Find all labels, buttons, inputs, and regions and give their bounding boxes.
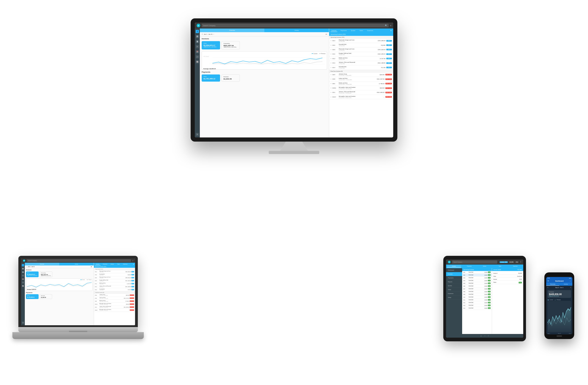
phone-home-button[interactable] xyxy=(557,335,562,337)
laptop-inv-row-5[interactable]: 0012 Brekke and Sons19-Nov-2020 L4 227.9… xyxy=(94,282,135,285)
laptop-sidebar-icon-8[interactable]: ⚙ xyxy=(22,321,24,324)
tablet-sidebar-tasks[interactable]: Tasks xyxy=(446,288,462,292)
invoice-row-0614[interactable]: 0614 Pfannerstill, Senger and Cronn31-De… xyxy=(329,39,393,43)
inv-tab-tasks[interactable]: Tasks xyxy=(358,29,364,32)
laptop-search[interactable]: Search Company xyxy=(27,259,131,262)
invoice-row-0010[interactable]: 0010 Douglas, Wolff and Swift16-Dec-2020… xyxy=(329,52,393,56)
laptop-inv-row-pd1[interactable]: 0994 Johnston Group31-Oct-2020 - 06-Jan-… xyxy=(94,294,135,297)
sidebar-icon-settings[interactable]: ⚙ xyxy=(196,133,199,136)
laptop-subtab-overview[interactable]: Overview xyxy=(25,263,59,266)
tablet-bottom-icon-3[interactable]: □ xyxy=(488,335,489,337)
laptop-sidebar-icon-4[interactable]: ✉ xyxy=(22,274,24,277)
tablet-inv-row-1[interactable]: 001 OmniCraft 10.00 paid xyxy=(462,271,492,274)
tablet-sidebar-payments[interactable]: Payments xyxy=(446,276,462,280)
tablet-bottom-icon-1[interactable]: ⬡ xyxy=(481,335,482,337)
invoice-row-0013[interactable]: 0013 Johnson, O'Kon and Pfannerstill27-N… xyxy=(329,61,393,65)
phone-subtab-overview[interactable]: Overview xyxy=(546,283,559,286)
tablet-inv-row-13[interactable]: 013 OmniCraft 10.00 paid xyxy=(462,304,492,307)
tablet-sidebar-quotes[interactable]: Quotes xyxy=(446,284,462,288)
invoice-row-0002[interactable]: 0002 Donnelly-Roob16-Nov-2020 FiQ 865 SE… xyxy=(329,43,393,47)
tablet-inv-row-4[interactable]: 004 OmniCraft 10.00 paid xyxy=(462,279,492,282)
phone-date-prev[interactable]: ‹ xyxy=(547,286,548,289)
tablet-inv-row-2[interactable]: 002 OmniCraft 10.00 paid xyxy=(462,274,492,276)
tablet-tab-expenses[interactable]: Expenses xyxy=(508,265,522,268)
tablet-inv-row-8[interactable]: 008 OmniCraft 10.00 paid xyxy=(462,290,492,293)
laptop-inv-tab-payments[interactable]: Payments xyxy=(102,263,108,265)
search-icon[interactable]: 🔍 xyxy=(385,24,387,27)
phone-date-next[interactable]: › xyxy=(570,286,571,289)
tablet-sidebar-reports[interactable]: Reports xyxy=(446,280,462,284)
tablet-inv-tab-active[interactable]: Invoices - 888 xyxy=(500,261,508,263)
invoice-row-0939[interactable]: 0939 Ledner and Sons11-Nov-2020 - 17-Dec… xyxy=(329,77,393,81)
sidebar-icon-chart[interactable]: 📊 xyxy=(196,35,199,38)
laptop-inv-row-pd6[interactable]: R0047 McLaughlin, Upton and Goodwin29-Ja… xyxy=(94,309,135,312)
laptop-sidebar-icon-7[interactable]: 📈 xyxy=(22,285,24,287)
date-all[interactable]: All xyxy=(325,34,327,35)
phone-search-icon[interactable]: 🔍 xyxy=(547,280,549,282)
laptop-inv-tab-expenses[interactable]: Expenses xyxy=(122,263,129,265)
laptop-sidebar-icon-3[interactable]: 📄 xyxy=(22,271,24,273)
subtab-activity[interactable]: Activity xyxy=(264,28,329,32)
tablet-inv-row-14[interactable]: 014 OmniCraft 10.00 paid xyxy=(462,307,492,310)
inv-tab-payments[interactable]: Payments xyxy=(340,29,348,32)
laptop-inv-row-6[interactable]: 0013 Johnson, O'Kon and Pfannerstill27-N… xyxy=(94,285,135,288)
invoice-row-0003[interactable]: 0003 Pfannerstill, Senger and Cronn11-Ja… xyxy=(329,47,393,52)
invoice-panel-close[interactable]: ✕ xyxy=(390,30,392,32)
sidebar-icon-tag[interactable]: 🏷 xyxy=(196,55,199,58)
laptop-inv-row-4[interactable]: 0010 Douglas, Wolff and Swift16-Dec-2020… xyxy=(94,279,135,282)
tablet-inv-row-9[interactable]: 009 OmniCraft 10.00 paid xyxy=(462,293,492,296)
tablet-inv-row-6[interactable]: 006 OmniCraft 10.00 paid xyxy=(462,285,492,288)
tablet-inv-row-10[interactable]: 010 OmniCraft 10.00 paid xyxy=(462,296,492,298)
tablet-inv-row-11[interactable]: 011 OmniCraft 10.00 paid xyxy=(462,298,492,301)
sidebar-icon-calendar[interactable]: 📅 xyxy=(196,50,199,53)
tablet-inv-row-3[interactable]: 003 OmniCraft 10.00 paid xyxy=(462,276,492,279)
tablet-inv-tab-2[interactable]: FiQ 965 xyxy=(509,261,514,263)
tablet-tab-invoices[interactable]: Invoices xyxy=(447,265,461,268)
tablet-sidebar-setup[interactable]: Setup xyxy=(446,295,462,299)
invoice-row-0981[interactable]: 0981 Brekke and Sons09-Nov-2020 - 24-Dec… xyxy=(329,82,393,86)
laptop-date-next[interactable]: › xyxy=(27,266,28,267)
tablet-sidebar-expenses[interactable]: Expenses xyxy=(446,292,462,295)
tablet-tab-payments[interactable]: Payments xyxy=(462,265,476,268)
invoice-row-r0052[interactable]: R0052 McLaughlin, Upton and Goodwin21-No… xyxy=(329,86,393,90)
search-bar[interactable]: Search Company 🔍 xyxy=(202,24,389,27)
laptop-inv-row-7[interactable]: 0014 Donnelly-Roob27-Nov-2020 Ft1 259 SE… xyxy=(94,288,135,291)
inv-tab-expenses[interactable]: Expenses xyxy=(366,29,374,32)
tablet-bottom-icon-2[interactable]: ○ xyxy=(484,335,485,337)
laptop-inv-row-1[interactable]: 0614 Pfannerstill, Senger and Cronn31-De… xyxy=(94,270,135,273)
tablet-close-icon[interactable]: ✕ xyxy=(520,261,521,263)
subtab-overview[interactable]: Overview xyxy=(200,28,264,32)
invoice-row-0012[interactable]: 0012 Brekke and Sons19-Nov-2020 L4 227.9… xyxy=(329,57,393,61)
sidebar-icon-graph[interactable]: 📈 xyxy=(196,60,199,64)
sidebar-icon-document[interactable]: 📄 xyxy=(196,40,199,43)
laptop-inv-tab-invoices[interactable]: Invoices xyxy=(95,263,101,266)
laptop-menu[interactable]: ≡ xyxy=(132,260,133,262)
invoice-row-0014[interactable]: 0014 Donnelly-Roob27-Nov-2020 Ft1 259 SE… xyxy=(329,65,393,70)
tablet-inv-row-7[interactable]: 007 OmniCraft 10.00 paid xyxy=(462,288,492,290)
laptop-inv-row-pd4[interactable]: R0052 McLaughlin, Upton and Goodwin21-No… xyxy=(94,303,135,306)
inv-tab-invoices[interactable]: Invoices xyxy=(331,29,337,32)
laptop-inv-row-3[interactable]: 0003 Pfannerstill, Senger and Cronn11-Ja… xyxy=(94,276,135,279)
laptop-sidebar-icon-6[interactable]: 🏷 xyxy=(22,281,24,284)
menu-icon[interactable]: ≡ xyxy=(390,24,391,27)
tablet-inv-tab-3[interactable]: FiQ xyxy=(515,261,519,263)
sidebar-icon-person[interactable]: 👤 xyxy=(196,30,199,33)
laptop-inv-tab-tasks[interactable]: Tasks xyxy=(116,263,121,265)
laptop-inv-row-pd5[interactable]: 0912 Johnson, O'Kon and Pfannerstill03-J… xyxy=(94,306,135,309)
sidebar-icon-mail[interactable]: ✉ xyxy=(196,45,199,48)
laptop-date-all[interactable]: All xyxy=(91,266,92,267)
date-dropdown[interactable]: ▾ xyxy=(213,33,214,35)
tablet-inv-row-5[interactable]: 005 OmniCraft 10.00 paid xyxy=(462,282,492,285)
laptop-sidebar-icon-2[interactable]: 📊 xyxy=(22,268,24,270)
invoice-row-0994[interactable]: 0994 Johnston Group31-Oct-2020 - 06-Jan-… xyxy=(329,73,393,77)
laptop-sidebar-icon-1[interactable]: 👤 xyxy=(22,264,24,266)
laptop-sidebar-icon-5[interactable]: 📅 xyxy=(22,278,24,280)
laptop-subtab-activity[interactable]: Activity xyxy=(59,263,94,266)
phone-subtab-activity[interactable]: Activity xyxy=(559,283,572,286)
laptop-inv-close[interactable]: ✕ xyxy=(133,263,134,265)
inv-tab-quotes[interactable]: Quotes xyxy=(350,29,356,32)
laptop-inv-row-pd2[interactable]: 0939 Ledner and Sons11-Nov-2020 - 17-Dec… xyxy=(94,297,135,300)
phone-more-icon[interactable]: ⋮ xyxy=(570,280,571,282)
tablet-search[interactable]: Search Company xyxy=(452,260,497,264)
date-next[interactable]: › xyxy=(202,33,203,35)
